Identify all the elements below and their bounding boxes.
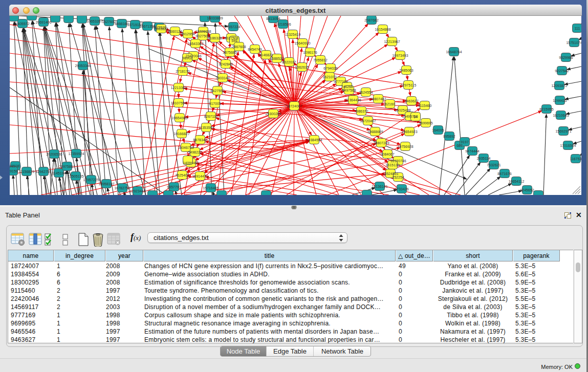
svg-text:8454749: 8454749 — [248, 48, 262, 51]
svg-text:8813054: 8813054 — [266, 17, 280, 20]
svg-text:9242848: 9242848 — [219, 62, 232, 66]
svg-text:2803144: 2803144 — [215, 76, 229, 80]
svg-text:10807487: 10807487 — [370, 97, 386, 101]
svg-text:16914479: 16914479 — [192, 174, 208, 178]
svg-text:687: 687 — [456, 144, 463, 147]
svg-text:1621072: 1621072 — [322, 75, 336, 79]
svg-text:12213389: 12213389 — [170, 86, 186, 90]
svg-text:10973493: 10973493 — [392, 54, 408, 57]
svg-text:17016504: 17016504 — [560, 144, 576, 147]
svg-text:17957225: 17957225 — [83, 178, 99, 182]
svg-text:25300205: 25300205 — [265, 112, 281, 116]
svg-text:15692971: 15692971 — [555, 129, 571, 133]
svg-text:10958107: 10958107 — [98, 182, 114, 186]
svg-text:10653267: 10653267 — [86, 19, 102, 23]
svg-text:8660124: 8660124 — [168, 30, 182, 33]
svg-text:985081: 985081 — [10, 164, 21, 168]
svg-text:13226058: 13226058 — [195, 30, 211, 33]
svg-text:8427552: 8427552 — [210, 89, 224, 93]
svg-text:8267110: 8267110 — [204, 115, 218, 118]
svg-text:1362615: 1362615 — [295, 65, 309, 69]
svg-text:19384554: 19384554 — [306, 138, 322, 142]
svg-text:17359924: 17359924 — [68, 152, 84, 156]
svg-text:10107554: 10107554 — [170, 101, 186, 105]
svg-text:14136141: 14136141 — [372, 185, 387, 188]
svg-text:12213967: 12213967 — [384, 40, 400, 43]
svg-text:1527602: 1527602 — [102, 20, 116, 24]
svg-text:9227542: 9227542 — [555, 69, 569, 73]
svg-text:9115460: 9115460 — [418, 104, 432, 107]
svg-text:13524851: 13524851 — [382, 172, 398, 176]
svg-text:15751074: 15751074 — [566, 41, 581, 45]
svg-text:29053346: 29053346 — [75, 64, 91, 68]
svg-text:5498222: 5498222 — [188, 150, 202, 154]
svg-text:9329966: 9329966 — [559, 56, 573, 59]
svg-text:19654985: 19654985 — [171, 116, 187, 120]
svg-text:12923448: 12923448 — [129, 189, 145, 193]
svg-text:7632621: 7632621 — [487, 163, 500, 167]
svg-text:21364436: 21364436 — [345, 98, 361, 102]
svg-text:16648764: 16648764 — [446, 50, 462, 54]
svg-text:164095: 164095 — [432, 128, 444, 132]
svg-text:20975867: 20975867 — [59, 165, 75, 168]
svg-text:20691406: 20691406 — [35, 20, 51, 24]
svg-text:15640910: 15640910 — [294, 41, 310, 45]
svg-text:9084067: 9084067 — [380, 152, 394, 156]
svg-text:6794028: 6794028 — [323, 67, 337, 70]
svg-text:11156829: 11156829 — [19, 170, 34, 173]
svg-text:98902: 98902 — [182, 56, 192, 60]
svg-text:2935114: 2935114 — [477, 157, 491, 160]
svg-text:16033809: 16033809 — [207, 16, 223, 20]
svg-text:19218506: 19218506 — [275, 23, 291, 26]
svg-text:7986372: 7986372 — [354, 110, 368, 113]
svg-text:546: 546 — [231, 39, 237, 42]
svg-text:9197: 9197 — [461, 140, 469, 144]
svg-text:3875685: 3875685 — [223, 51, 236, 54]
svg-text:746266: 746266 — [341, 85, 353, 89]
svg-text:2718170: 2718170 — [176, 70, 189, 73]
svg-text:7357224: 7357224 — [226, 25, 240, 29]
svg-text:7485063: 7485063 — [399, 69, 413, 72]
svg-text:15716485: 15716485 — [203, 186, 219, 190]
svg-text:9474444: 9474444 — [465, 149, 479, 153]
svg-text:10025438: 10025438 — [395, 108, 410, 112]
svg-text:116753: 116753 — [570, 157, 581, 161]
svg-text:11325419: 11325419 — [285, 33, 301, 36]
svg-text:64: 64 — [413, 115, 418, 119]
svg-text:1588520: 1588520 — [270, 57, 284, 60]
svg-text:2867608: 2867608 — [232, 45, 246, 49]
svg-text:9857791: 9857791 — [167, 185, 181, 189]
svg-text:12975115: 12975115 — [401, 83, 417, 87]
svg-text:8322037: 8322037 — [282, 60, 296, 64]
svg-text:1244415: 1244415 — [553, 99, 567, 102]
svg-text:14099489: 14099489 — [183, 161, 199, 165]
svg-text:895892: 895892 — [443, 135, 455, 138]
svg-text:3624554: 3624554 — [359, 91, 373, 94]
svg-text:15720407: 15720407 — [360, 119, 376, 123]
svg-text:8912954: 8912954 — [181, 32, 194, 36]
svg-text:12505135: 12505135 — [68, 174, 83, 178]
svg-text:19756928: 19756928 — [397, 145, 413, 148]
svg-text:9463627: 9463627 — [404, 99, 418, 103]
svg-text:8215955: 8215955 — [539, 107, 553, 111]
svg-text:9777169: 9777169 — [334, 80, 347, 83]
svg-text:19654923: 19654923 — [401, 130, 417, 134]
svg-text:19166827: 19166827 — [173, 132, 189, 136]
svg-text:7625402: 7625402 — [175, 173, 189, 177]
svg-text:16782759: 16782759 — [114, 186, 130, 190]
svg-text:18807249: 18807249 — [373, 141, 389, 145]
svg-text:1145194: 1145194 — [52, 171, 66, 175]
svg-text:6497568: 6497568 — [342, 89, 356, 92]
svg-text:9245652: 9245652 — [520, 188, 534, 192]
svg-text:16120746: 16120746 — [390, 159, 406, 163]
svg-text:12942757: 12942757 — [35, 170, 51, 173]
svg-text:8471676: 8471676 — [497, 172, 511, 176]
svg-text:12093872: 12093872 — [551, 84, 567, 87]
svg-text:2087682: 2087682 — [364, 18, 378, 22]
svg-text:1405572: 1405572 — [15, 22, 29, 26]
svg-text:39159: 39159 — [10, 169, 18, 173]
svg-text:10654112: 10654112 — [509, 180, 525, 183]
svg-text:9146821: 9146821 — [259, 53, 273, 57]
svg-text:252254: 252254 — [392, 176, 404, 179]
svg-text:9699695: 9699695 — [419, 121, 432, 125]
